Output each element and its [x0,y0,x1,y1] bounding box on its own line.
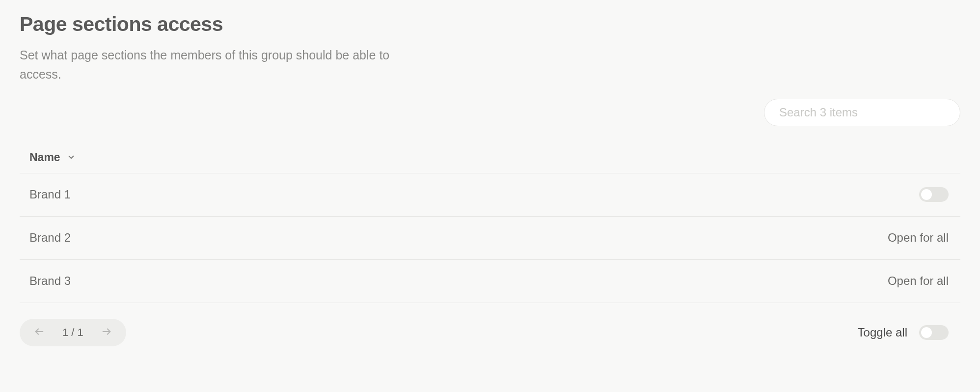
page-description: Set what page sections the members of th… [20,46,422,84]
table-header: Name [20,146,960,173]
toggle-all-switch[interactable] [919,325,949,340]
table-row: Brand 1 [20,173,960,217]
pagination-text: 1 / 1 [62,326,83,339]
row-name: Brand 3 [29,274,71,288]
row-status-text: Open for all [888,231,949,245]
row-name: Brand 2 [29,231,71,245]
toggle-all-label: Toggle all [858,326,907,339]
pagination-prev-button[interactable] [33,327,45,338]
arrow-left-icon [34,326,45,339]
row-toggle[interactable] [919,187,949,202]
column-header-name-label: Name [29,151,60,164]
column-header-name[interactable]: Name [29,151,76,164]
search-input[interactable] [764,99,960,126]
row-status-text: Open for all [888,274,949,288]
arrow-right-icon [101,326,112,339]
page-title: Page sections access [20,13,422,36]
table-row: Brand 2 Open for all [20,217,960,260]
pagination-next-button[interactable] [101,327,112,338]
chevron-down-icon [66,152,76,162]
table-row: Brand 3 Open for all [20,260,960,303]
row-name: Brand 1 [29,188,71,201]
pagination: 1 / 1 [20,319,126,346]
